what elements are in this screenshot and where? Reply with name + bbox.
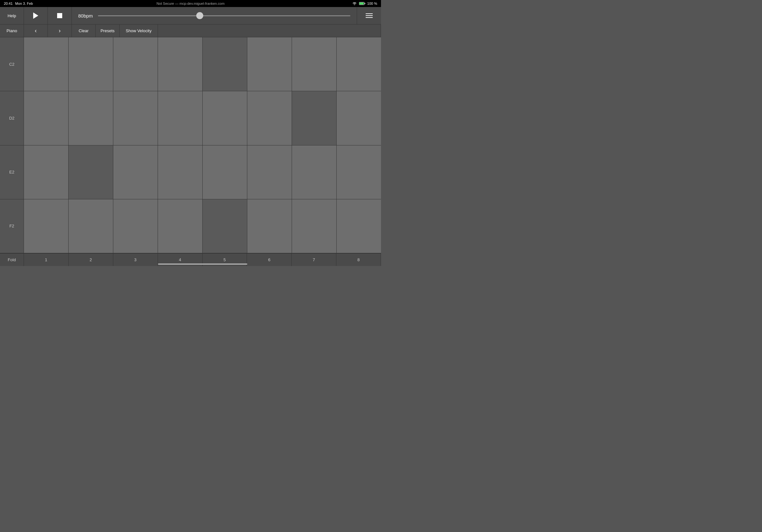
chevron-left-icon: ‹ <box>35 28 37 34</box>
grid-area: C2D2E2F2 <box>0 37 381 253</box>
bpm-slider[interactable] <box>98 15 350 16</box>
svg-rect-1 <box>364 3 365 4</box>
toolbar2: Piano ‹ › Clear Presets Show Velocity <box>0 25 381 37</box>
grid-columns <box>24 37 381 253</box>
grid-cell-e2-8[interactable] <box>337 146 381 199</box>
grid-cell-d2-6[interactable] <box>247 91 292 145</box>
bpm-label: 80bpm <box>78 13 93 19</box>
row-label-c2: C2 <box>0 37 24 91</box>
grid-cell-e2-4[interactable] <box>158 146 203 199</box>
grid-cell-e2-7[interactable] <box>292 146 337 199</box>
status-time: 20:41 <box>4 2 13 5</box>
status-bar: 20:41 Mon 3. Feb Not Secure — mcp-dev.mi… <box>0 0 381 7</box>
grid-cell-d2-8[interactable] <box>337 91 381 145</box>
grid-cell-e2-5[interactable] <box>203 146 247 199</box>
show-velocity-button[interactable]: Show Velocity <box>120 25 158 37</box>
grid-cell-f2-4[interactable] <box>158 199 203 253</box>
prev-button[interactable]: ‹ <box>24 25 48 37</box>
grid-cell-c2-5[interactable] <box>203 37 247 91</box>
footer: Fold 12345678 <box>0 253 381 266</box>
toolbar1: Help 80bpm <box>0 7 381 25</box>
grid-cell-e2-3[interactable] <box>113 146 158 199</box>
grid-cell-e2-1[interactable] <box>24 146 69 199</box>
grid-cell-f2-2[interactable] <box>69 199 113 253</box>
fold-button[interactable]: Fold <box>0 253 24 266</box>
clear-button[interactable]: Clear <box>72 25 96 37</box>
battery-icon <box>359 2 365 5</box>
status-right: 100 % <box>352 2 377 5</box>
grid-cell-f2-3[interactable] <box>113 199 158 253</box>
help-button[interactable]: Help <box>0 7 24 24</box>
svg-rect-2 <box>359 3 364 4</box>
grid-cell-f2-1[interactable] <box>24 199 69 253</box>
grid-row-f2 <box>24 199 381 253</box>
bpm-section: 80bpm <box>72 7 357 24</box>
status-left: 20:41 Mon 3. Feb <box>4 2 33 5</box>
grid-cell-c2-8[interactable] <box>337 37 381 91</box>
wifi-icon <box>352 2 357 5</box>
grid-cell-d2-1[interactable] <box>24 91 69 145</box>
hamburger-icon <box>366 13 373 18</box>
grid-cell-f2-5[interactable] <box>203 199 247 253</box>
play-button[interactable] <box>24 7 48 24</box>
grid-cell-e2-2[interactable] <box>69 146 113 199</box>
presets-button[interactable]: Presets <box>96 25 120 37</box>
status-date: Mon 3. Feb <box>15 2 33 5</box>
grid-cell-c2-2[interactable] <box>69 37 113 91</box>
row-label-d2: D2 <box>0 91 24 145</box>
battery-label: 100 % <box>367 2 377 5</box>
row-labels: C2D2E2F2 <box>0 37 24 253</box>
grid-cell-d2-3[interactable] <box>113 91 158 145</box>
toolbar2-empty <box>158 25 381 37</box>
status-url: Not Secure — mcp-dev.miguel-franken.com <box>156 2 224 5</box>
grid-cell-c2-4[interactable] <box>158 37 203 91</box>
grid-cell-c2-6[interactable] <box>247 37 292 91</box>
grid-cell-c2-7[interactable] <box>292 37 337 91</box>
grid-row-e2 <box>24 146 381 199</box>
grid-cell-c2-3[interactable] <box>113 37 158 91</box>
chevron-right-icon: › <box>59 28 61 34</box>
stop-button[interactable] <box>48 7 72 24</box>
grid-cell-d2-4[interactable] <box>158 91 203 145</box>
scroll-bar[interactable] <box>158 263 247 265</box>
next-button[interactable]: › <box>48 25 72 37</box>
grid-cell-d2-5[interactable] <box>203 91 247 145</box>
piano-button[interactable]: Piano <box>0 25 24 37</box>
grid-cell-f2-6[interactable] <box>247 199 292 253</box>
grid-cell-d2-7[interactable] <box>292 91 337 145</box>
grid-row-c2 <box>24 37 381 91</box>
menu-button[interactable] <box>357 7 381 24</box>
grid-cell-f2-8[interactable] <box>337 199 381 253</box>
stop-icon <box>57 13 62 18</box>
grid-cell-d2-2[interactable] <box>69 91 113 145</box>
grid-cell-f2-7[interactable] <box>292 199 337 253</box>
grid-row-d2 <box>24 91 381 145</box>
grid-cell-c2-1[interactable] <box>24 37 69 91</box>
row-label-f2: F2 <box>0 199 24 253</box>
play-icon <box>33 13 38 19</box>
row-label-e2: E2 <box>0 146 24 199</box>
scroll-indicator <box>24 263 381 265</box>
grid-cell-e2-6[interactable] <box>247 146 292 199</box>
